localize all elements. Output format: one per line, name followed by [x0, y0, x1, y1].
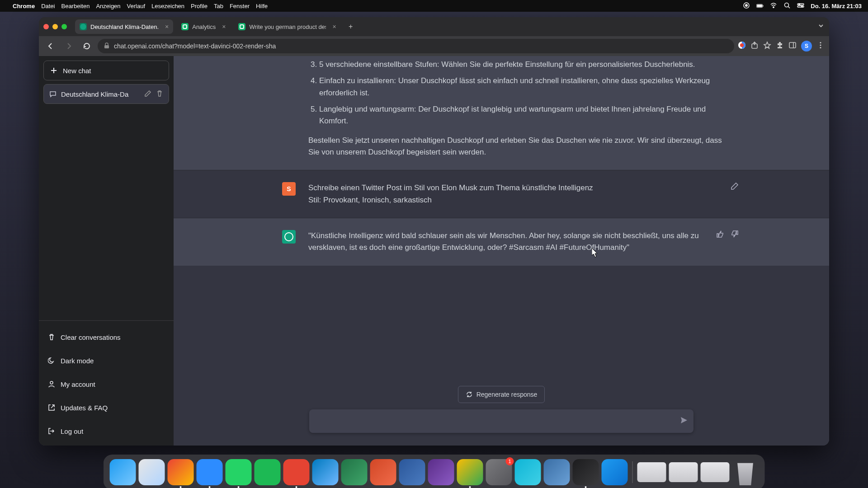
dock-app-quicktime[interactable] [544, 459, 570, 485]
user-message-actions [731, 182, 739, 206]
dock-app-imovie[interactable] [428, 459, 454, 485]
plus-icon [50, 67, 57, 74]
fiverr-favicon-icon [238, 23, 245, 30]
tab-1[interactable]: Deutschland Klima-Daten. × [75, 19, 173, 34]
back-button[interactable] [43, 39, 58, 53]
chrome-menu-icon[interactable] [816, 41, 825, 51]
dock-app-whatsapp[interactable] [226, 459, 252, 485]
svg-rect-3 [757, 5, 763, 7]
tab-3[interactable]: Write you german product des × [234, 19, 340, 34]
chrome-window: Deutschland Klima-Daten. × Analytics × W… [39, 17, 829, 446]
dock-trash[interactable] [732, 459, 759, 485]
omnibox-url: chat.openai.com/chat?model=text-davinci-… [114, 42, 276, 50]
dock-app-drive[interactable] [457, 459, 483, 485]
svg-point-10 [799, 4, 800, 5]
menu-edit[interactable]: Bearbeiten [61, 3, 90, 9]
share-icon[interactable] [750, 41, 759, 51]
send-icon[interactable] [680, 416, 688, 426]
close-window-button[interactable] [43, 24, 49, 29]
regenerate-button[interactable]: Regenerate response [458, 386, 545, 403]
menu-window[interactable]: Fenster [230, 3, 250, 9]
chat-bubble-icon [49, 90, 57, 98]
dock-app-app-store[interactable] [602, 459, 628, 485]
thumbs-up-icon[interactable] [716, 230, 724, 254]
menubar-clock[interactable]: Do. 16. März 21:03 [811, 3, 862, 9]
tab-title: Write you german product des [249, 23, 326, 30]
user-prompt-line: Schreibe einen Twitter Post im Stil von … [308, 182, 718, 194]
control-center-icon[interactable] [797, 2, 804, 10]
battery-icon[interactable] [756, 2, 764, 9]
google-translate-icon[interactable] [738, 41, 746, 51]
edit-icon[interactable] [144, 90, 151, 99]
svg-point-5 [773, 6, 774, 7]
menu-profiles[interactable]: Profile [191, 3, 208, 9]
dock-app-spotify[interactable] [255, 459, 281, 485]
dock-app-zoom[interactable] [197, 459, 223, 485]
new-tab-button[interactable]: + [344, 20, 357, 33]
dock-running-indicator [296, 486, 297, 488]
dock-app-siri[interactable] [515, 459, 541, 485]
menu-bookmarks[interactable]: Lesezeichen [151, 3, 184, 9]
dock-app-finder[interactable] [110, 459, 136, 485]
tab-2[interactable]: Analytics × [177, 19, 230, 34]
close-tab-icon[interactable]: × [222, 23, 226, 30]
dock-app-excel[interactable] [341, 459, 368, 485]
menu-view[interactable]: Anzeigen [96, 3, 120, 9]
dock-window-preview-1[interactable] [637, 462, 666, 482]
extensions-icon[interactable] [776, 41, 784, 51]
clear-conversations-button[interactable]: Clear conversations [43, 327, 169, 347]
close-tab-icon[interactable]: × [165, 23, 169, 30]
menu-file[interactable]: Datei [41, 3, 55, 9]
dock-app-word[interactable] [399, 459, 425, 485]
thumbs-down-icon[interactable] [731, 230, 739, 254]
dark-mode-button[interactable]: Dark mode [43, 351, 169, 371]
chat-input-field[interactable] [315, 418, 680, 425]
forward-button[interactable] [61, 39, 76, 53]
tab-title: Deutschland Klima-Daten. [90, 23, 159, 30]
my-account-label: My account [61, 380, 95, 388]
spotlight-icon[interactable] [783, 2, 791, 10]
logout-icon [48, 427, 55, 435]
dock-app-chrome[interactable] [168, 459, 194, 485]
updates-faq-button[interactable]: Updates & FAQ [43, 398, 169, 418]
menu-history[interactable]: Verlauf [127, 3, 145, 9]
chat-input[interactable] [309, 409, 693, 433]
dock-badge: 1 [506, 457, 514, 465]
dock-app-trello[interactable] [312, 459, 339, 485]
record-icon[interactable] [743, 2, 750, 10]
regenerate-label: Regenerate response [476, 391, 538, 398]
dock-window-preview-2[interactable] [669, 462, 698, 482]
bookmark-icon[interactable] [763, 41, 771, 51]
close-tab-icon[interactable]: × [332, 23, 336, 30]
side-panel-icon[interactable] [788, 41, 797, 51]
my-account-button[interactable]: My account [43, 374, 169, 394]
new-chat-button[interactable]: New chat [43, 61, 169, 80]
logout-button[interactable]: Log out [43, 421, 169, 441]
omnibox[interactable]: chat.openai.com/chat?model=text-davinci-… [98, 39, 734, 53]
dock-app-safari[interactable] [139, 459, 165, 485]
menu-help[interactable]: Hilfe [256, 3, 268, 9]
dock-window-preview-3[interactable] [701, 462, 730, 482]
list-item: 5 verschiedene einstellbare Stufen: Wähl… [319, 59, 726, 70]
tab-overflow-button[interactable] [817, 22, 825, 31]
svg-point-14 [740, 43, 744, 47]
wifi-icon[interactable] [770, 2, 777, 10]
profile-avatar[interactable]: S [801, 41, 812, 52]
svg-rect-4 [763, 5, 763, 7]
trash-icon[interactable] [156, 90, 163, 99]
menubar-app-name[interactable]: Chrome [13, 3, 35, 9]
reload-button[interactable] [80, 39, 94, 53]
dark-mode-label: Dark mode [61, 357, 94, 365]
conversation-item[interactable]: Deutschland Klima-Da [43, 84, 169, 104]
assistant-closing: Bestellen Sie jetzt unseren nachhaltigen… [308, 135, 726, 159]
menu-tab[interactable]: Tab [214, 3, 223, 9]
dock-app-powerpoint[interactable] [370, 459, 396, 485]
minimize-window-button[interactable] [52, 24, 58, 29]
dock-app-todoist[interactable] [283, 459, 310, 485]
fullscreen-window-button[interactable] [61, 24, 67, 29]
dock-app-settings[interactable]: 1 [486, 459, 512, 485]
external-link-icon [48, 404, 55, 411]
dock-app-voice-memos[interactable] [573, 459, 599, 485]
openai-favicon-icon [80, 23, 87, 30]
edit-icon[interactable] [731, 182, 739, 206]
